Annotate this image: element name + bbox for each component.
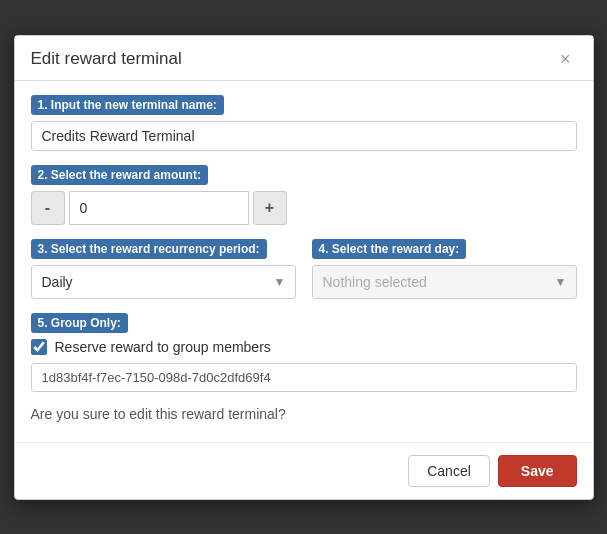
section-group-only: 5. Group Only: Reserve reward to group m…	[31, 313, 577, 392]
step2-label: 2. Select the reward amount:	[31, 165, 208, 185]
group-checkbox-label: Reserve reward to group members	[55, 339, 271, 355]
step1-label: 1. Input the new terminal name:	[31, 95, 224, 115]
modal-overlay: Edit reward terminal × 1. Input the new …	[0, 0, 607, 534]
amount-stepper-row: - +	[31, 191, 577, 225]
modal-body: 1. Input the new terminal name: 2. Selec…	[15, 81, 593, 442]
decrement-button[interactable]: -	[31, 191, 65, 225]
modal-title: Edit reward terminal	[31, 49, 182, 69]
reward-day-select-wrapper: Nothing selected ▼	[312, 265, 577, 299]
reward-day-select[interactable]: Nothing selected	[312, 265, 577, 299]
group-checkbox[interactable]	[31, 339, 47, 355]
confirm-text: Are you sure to edit this reward termina…	[31, 406, 577, 422]
section-terminal-name: 1. Input the new terminal name:	[31, 95, 577, 151]
section-recurrency-day: 3. Select the reward recurrency period: …	[31, 239, 577, 299]
modal-footer: Cancel Save	[15, 442, 593, 499]
cancel-button[interactable]: Cancel	[408, 455, 490, 487]
increment-button[interactable]: +	[253, 191, 287, 225]
modal-header: Edit reward terminal ×	[15, 36, 593, 81]
group-id-input[interactable]	[31, 363, 577, 392]
step5-label: 5. Group Only:	[31, 313, 128, 333]
terminal-name-input[interactable]	[31, 121, 577, 151]
step3-label: 3. Select the reward recurrency period:	[31, 239, 267, 259]
modal-dialog: Edit reward terminal × 1. Input the new …	[14, 35, 594, 500]
recurrency-select-wrapper: Daily Weekly Monthly ▼	[31, 265, 296, 299]
close-button[interactable]: ×	[554, 48, 577, 70]
amount-input[interactable]	[69, 191, 249, 225]
group-checkbox-row: Reserve reward to group members	[31, 339, 577, 355]
section-reward-amount: 2. Select the reward amount: - +	[31, 165, 577, 225]
recurrency-select[interactable]: Daily Weekly Monthly	[31, 265, 296, 299]
step4-label: 4. Select the reward day:	[312, 239, 467, 259]
save-button[interactable]: Save	[498, 455, 577, 487]
reward-day-col: 4. Select the reward day: Nothing select…	[312, 239, 577, 299]
recurrency-col: 3. Select the reward recurrency period: …	[31, 239, 296, 299]
